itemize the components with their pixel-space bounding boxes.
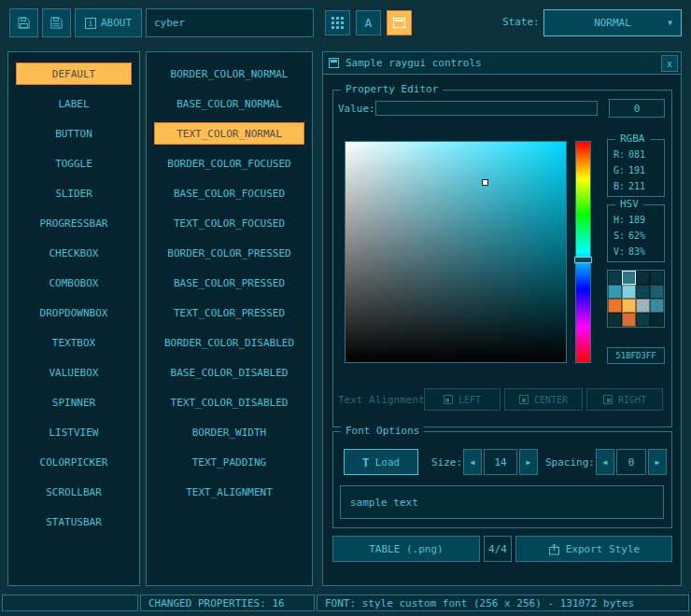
value-box[interactable]: 0 [609,99,665,118]
font-load-button[interactable]: T Load [344,449,418,475]
list-item-text_color_disabled[interactable]: TEXT_COLOR_DISABLED [154,391,304,413]
hsv-title: HSV [615,198,643,210]
value-slider[interactable] [375,101,598,116]
statusbar-changed-properties: CHANGED PROPERTIES: 16 [140,595,315,611]
spacing-value-box[interactable]: 0 [616,449,646,475]
color-swatch[interactable] [650,285,664,299]
grid-view-button[interactable] [325,10,350,35]
spacing-decrement-button[interactable]: ◀ [596,449,614,475]
list-item-spinner[interactable]: SPINNER [16,391,132,413]
style-color-swatches [607,270,665,328]
color-swatch[interactable] [622,271,636,285]
g-label: G: [613,163,625,177]
list-item-base_color_disabled[interactable]: BASE_COLOR_DISABLED [154,361,304,384]
color-swatch[interactable] [650,299,664,313]
color-swatch[interactable] [636,313,650,327]
list-item-border_color_pressed[interactable]: BORDER_COLOR_PRESSED [154,242,304,264]
list-item-button[interactable]: BUTTON [16,122,132,145]
chevron-right-icon: ▶ [527,458,531,467]
align-left-button[interactable]: LEFT [424,388,501,411]
style-name-input[interactable] [146,8,314,37]
hsv-row-h: H: 189 [608,211,664,227]
list-item-textbox[interactable]: TEXTBOX [16,331,132,354]
align-right-button[interactable]: RIGHT [586,388,663,411]
sample-text-input[interactable]: sample text [340,485,664,519]
font-a-icon: A [365,16,373,30]
color-swatch[interactable] [608,285,622,299]
list-item-border_color_disabled[interactable]: BORDER_COLOR_DISABLED [154,331,304,354]
list-item-default[interactable]: DEFAULT [16,63,132,85]
list-item-base_color_pressed[interactable]: BASE_COLOR_PRESSED [154,272,304,294]
export-style-button[interactable]: Export Style [515,536,672,562]
list-item-text_alignment[interactable]: TEXT_ALIGNMENT [154,481,304,503]
font-options-title: Font Options [341,425,424,437]
color-swatch[interactable] [622,313,636,327]
list-item-progressbar[interactable]: PROGRESSBAR [16,212,132,234]
size-decrement-button[interactable]: ◀ [463,449,482,475]
color-swatch[interactable] [622,285,636,299]
r-value: 081 [628,147,645,161]
hue-slider-handle[interactable] [574,257,592,263]
list-item-scrollbar[interactable]: SCROLLBAR [16,481,132,503]
h-label: H: [613,213,625,227]
save-style-button[interactable] [9,8,38,37]
table-png-button[interactable]: TABLE (.png) [332,536,480,562]
list-item-border_width[interactable]: BORDER_WIDTH [154,421,304,443]
list-item-label[interactable]: LABEL [16,92,132,115]
align-right-label: RIGHT [618,395,646,405]
color-swatch[interactable] [608,299,622,313]
color-swatch[interactable] [650,271,664,285]
list-item-text_padding[interactable]: TEXT_PADDING [154,451,304,473]
about-button[interactable]: ABOUT [75,8,142,37]
export-icon [548,543,560,555]
align-center-button[interactable]: CENTER [504,388,583,411]
color-swatch[interactable] [636,285,650,299]
list-item-toggle[interactable]: TOGGLE [16,152,132,175]
list-item-border_color_normal[interactable]: BORDER_COLOR_NORMAL [154,63,304,85]
color-swatch[interactable] [622,299,636,313]
b-value: 211 [628,179,645,193]
v-label: V: [613,245,625,259]
font-load-label: Load [375,456,401,469]
size-value-box[interactable]: 14 [484,449,517,475]
color-picker-cursor[interactable] [482,179,488,186]
table-view-button[interactable] [387,10,412,35]
list-item-text_color_focused[interactable]: TEXT_COLOR_FOCUSED [154,212,304,234]
window-titlebar: Sample raygui controls x [323,52,681,75]
r-label: R: [613,147,625,161]
list-item-base_color_focused[interactable]: BASE_COLOR_FOCUSED [154,182,304,204]
color-swatch[interactable] [608,271,622,285]
list-item-border_color_focused[interactable]: BORDER_COLOR_FOCUSED [154,152,304,175]
color-swatch[interactable] [636,271,650,285]
size-increment-button[interactable]: ▶ [519,449,538,475]
save-style-as-button[interactable] [42,8,71,37]
list-item-slider[interactable]: SLIDER [16,182,132,204]
color-swatch[interactable] [650,313,664,327]
list-item-checkbox[interactable]: CHECKBOX [16,242,132,264]
hex-value-box[interactable]: 51BFD3FF [607,347,665,364]
close-button[interactable]: x [661,55,678,72]
list-item-base_color_normal[interactable]: BASE_COLOR_NORMAL [154,92,304,115]
spacing-increment-button[interactable]: ▶ [648,449,667,475]
list-item-valuebox[interactable]: VALUEBOX [16,361,132,384]
grid-icon [331,17,344,29]
list-item-dropdownbox[interactable]: DROPDOWNBOX [16,301,132,324]
list-item-text_color_pressed[interactable]: TEXT_COLOR_PRESSED [154,301,304,324]
font-edit-button[interactable]: A [356,10,381,35]
state-dropdown-value: NORMAL [594,17,631,29]
list-item-text_color_normal[interactable]: TEXT_COLOR_NORMAL [154,122,304,145]
controls-list: DEFAULTLABELBUTTONTOGGLESLIDERPROGRESSBA… [7,51,140,586]
about-button-label: ABOUT [101,17,132,29]
hue-bar[interactable] [575,141,591,363]
chevron-left-icon: ◀ [603,458,608,467]
color-swatch[interactable] [608,313,622,327]
color-picker-panel[interactable] [345,141,567,363]
list-item-combobox[interactable]: COMBOBOX [16,272,132,294]
list-item-colorpicker[interactable]: COLORPICKER [16,451,132,473]
list-item-statusbar[interactable]: STATUSBAR [16,511,132,533]
state-dropdown[interactable]: NORMAL ▼ [543,9,682,36]
info-icon [85,18,96,29]
color-swatch[interactable] [636,299,650,313]
v-value: 83% [628,245,645,259]
list-item-listview[interactable]: LISTVIEW [16,421,132,443]
